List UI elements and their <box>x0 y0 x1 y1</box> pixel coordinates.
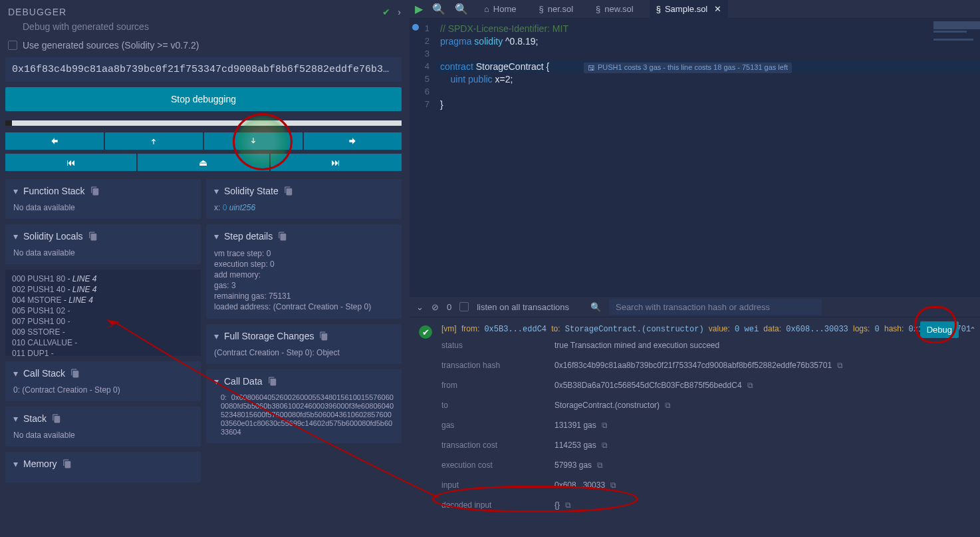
opcode-row: 002 PUSH1 40 - LINE 4 <box>12 284 194 295</box>
ban-icon[interactable]: ⊘ <box>431 302 439 312</box>
chevron-right-icon[interactable]: › <box>398 7 402 17</box>
debugger-title-row: DEBUGGER ✔ › <box>5 4 402 21</box>
copy-icon[interactable]: ⧉ <box>837 361 843 370</box>
copy-icon[interactable]: ⧉ <box>610 480 616 490</box>
function-stack-title: Function Stack <box>23 186 85 196</box>
checkbox-icon[interactable] <box>8 41 17 50</box>
breakpoint-glyph[interactable] <box>412 24 419 31</box>
copy-icon[interactable] <box>319 331 328 341</box>
minimap[interactable] <box>933 21 980 61</box>
jump-next-button[interactable]: ⏭ <box>271 154 402 171</box>
full-storage-panel: ▾Full Storage Changes (Contract Creation… <box>206 324 402 364</box>
editor-toolbar: ▶ 🔍 🔍 ⌂Home §ner.sol §new.sol §Sample.so… <box>410 0 980 19</box>
chevron-down-icon[interactable]: ▾ <box>13 186 18 196</box>
close-icon[interactable]: ✕ <box>714 4 721 14</box>
chevron-down-icon[interactable]: ▾ <box>214 376 219 387</box>
chevron-down-icon[interactable]: ▾ <box>13 231 18 242</box>
copy-icon[interactable] <box>284 186 293 196</box>
call-stack-title: Call Stack <box>23 368 65 379</box>
call-stack-panel: ▾Call Stack 0: (Contract Creation - Step… <box>5 361 201 401</box>
use-generated-sources-row[interactable]: Use generated sources (Solidity >= v0.7.… <box>5 37 402 57</box>
collapse-icon[interactable]: ⌃ <box>969 325 976 335</box>
opcode-list[interactable]: 000 PUSH1 80 - LINE 4 002 PUSH1 40 - LIN… <box>5 269 201 356</box>
svg-rect-2 <box>933 39 973 41</box>
console-search-input[interactable] <box>609 299 822 315</box>
tab-home[interactable]: ⌂Home <box>477 0 523 19</box>
opcode-row: 010 CALLVALUE - <box>12 337 194 348</box>
step-into-button[interactable] <box>204 132 303 150</box>
log-summary[interactable]: [vm] from: 0x5B3...eddC4 to: StorageCont… <box>441 323 972 335</box>
zoom-in-icon[interactable]: 🔍 <box>455 3 468 15</box>
opcode-row: 011 DUP1 - <box>12 348 194 356</box>
function-stack-panel: ▾Function Stack No data available <box>5 179 201 219</box>
chevron-down-icon[interactable]: ▾ <box>13 413 18 424</box>
zoom-out-icon[interactable]: 🔍 <box>432 3 445 15</box>
chevron-down-icon[interactable]: ▾ <box>214 186 219 196</box>
listen-checkbox[interactable] <box>459 302 469 311</box>
memory-title: Memory <box>23 458 57 469</box>
stack-body: No data available <box>13 431 193 440</box>
file-icon: § <box>656 4 661 14</box>
chevron-down-icon[interactable]: ⌄ <box>416 302 424 312</box>
tab-ner[interactable]: §ner.sol <box>533 0 580 19</box>
copy-icon[interactable]: ⧉ <box>565 500 571 510</box>
tab-new[interactable]: §new.sol <box>589 0 640 19</box>
copy-icon[interactable]: ⧉ <box>597 460 603 470</box>
copy-icon[interactable] <box>62 459 72 468</box>
log-row-txhash: transaction hash0x16f83c4b99c81aa8b739bc… <box>441 355 972 375</box>
code-editor[interactable]: 1 2 3 4 5 6 7 // SPDX-License-Identifier… <box>410 19 980 296</box>
jump-out-button[interactable]: ⏏ <box>138 154 269 171</box>
log-row-decoded: decoded input{}⧉ <box>441 495 972 515</box>
debug-button[interactable]: Debug <box>920 321 959 338</box>
console-toolbar: ⌄ ⊘ 0 listen on all transactions 🔍 <box>410 296 980 317</box>
tab-sample[interactable]: §Sample.sol✕ <box>650 0 729 19</box>
chevron-down-icon[interactable]: ▾ <box>214 331 219 341</box>
opcode-row: 000 PUSH1 80 - LINE 4 <box>12 273 194 284</box>
copy-icon[interactable] <box>268 377 277 386</box>
search-icon[interactable]: 🔍 <box>590 302 601 312</box>
debugger-title: DEBUGGER <box>8 7 66 17</box>
step-over-button[interactable] <box>304 132 402 150</box>
step-out-button[interactable] <box>105 132 203 150</box>
copy-icon[interactable] <box>52 414 61 423</box>
solidity-locals-panel: ▾Solidity Locals No data available <box>5 224 201 264</box>
solidity-locals-title: Solidity Locals <box>23 231 83 242</box>
home-icon: ⌂ <box>484 4 489 14</box>
opcode-row: 007 PUSH1 00 - <box>12 316 194 327</box>
gas-icon: 🖫 <box>588 64 595 72</box>
log-row-gas: gas131391 gas⧉ <box>441 415 972 435</box>
debugger-panel: DEBUGGER ✔ › Debug with generated source… <box>0 0 407 537</box>
chevron-down-icon[interactable]: ▾ <box>13 368 18 379</box>
play-icon[interactable]: ▶ <box>415 3 423 15</box>
memory-panel: ▾Memory <box>5 452 201 482</box>
pending-count: 0 <box>447 302 451 312</box>
file-icon: § <box>596 4 600 14</box>
listen-label: listen on all transactions <box>477 302 569 312</box>
copy-icon[interactable]: ⧉ <box>602 441 608 450</box>
copy-icon[interactable] <box>70 369 80 378</box>
copy-icon[interactable] <box>88 232 98 241</box>
chevron-down-icon[interactable]: ▾ <box>214 231 219 242</box>
step-back-button[interactable] <box>5 132 104 150</box>
check-icon[interactable]: ✔ <box>382 7 391 17</box>
code-content[interactable]: // SPDX-License-Identifier: MIT pragma s… <box>436 19 980 296</box>
opcode-row: 004 MSTORE - LINE 4 <box>12 295 194 305</box>
copy-icon[interactable] <box>90 186 100 196</box>
file-icon: § <box>539 4 544 14</box>
debugger-subtitle: Debug with generated sources <box>5 21 402 37</box>
stop-debugging-button[interactable]: Stop debugging <box>5 87 402 111</box>
stack-panel: ▾Stack No data available <box>5 407 201 447</box>
opcode-row: 009 SSTORE - <box>12 327 194 337</box>
tx-hash-input[interactable]: 0x16f83c4b99c81aa8b739bc0f21f753347cd900… <box>5 57 402 82</box>
step-slider[interactable] <box>5 120 402 126</box>
copy-icon[interactable] <box>278 232 287 241</box>
chevron-down-icon[interactable]: ▾ <box>13 458 18 469</box>
log-row-input: input0x608...30033⧉ <box>441 475 972 495</box>
copy-icon[interactable]: ⧉ <box>602 421 608 430</box>
stack-title: Stack <box>23 413 47 424</box>
copy-icon[interactable]: ⧉ <box>747 381 753 390</box>
copy-icon[interactable]: ⧉ <box>665 401 671 410</box>
svg-rect-0 <box>933 21 980 29</box>
console-output[interactable]: ✔ [vm] from: 0x5B3...eddC4 to: StorageCo… <box>410 317 980 537</box>
jump-prev-button[interactable]: ⏮ <box>5 154 136 171</box>
